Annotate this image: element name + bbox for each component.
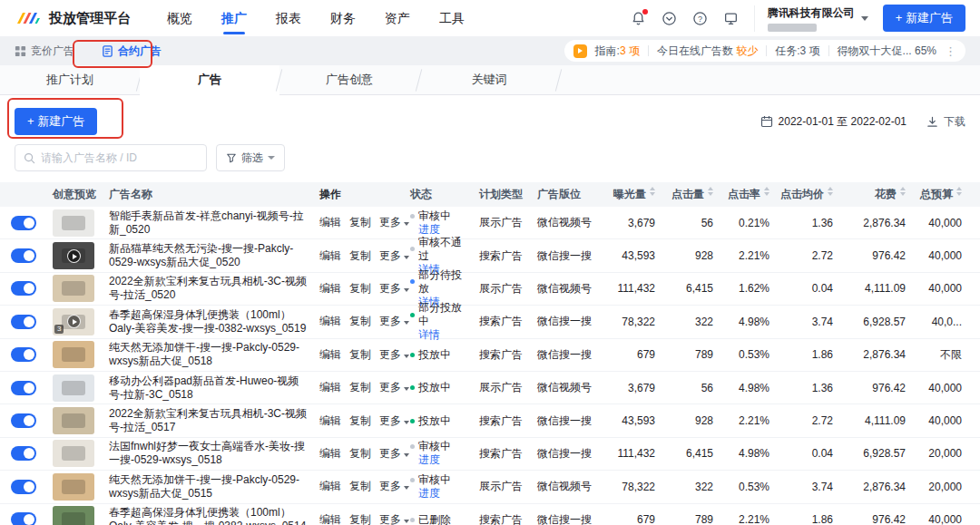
ad-name[interactable]: 纯天然无添加饼干-搜一搜-Pakcly-0529-wxsys新品大促_0515 [109, 473, 309, 501]
column-header-点击率[interactable]: 点击率 [719, 187, 775, 202]
ad-toggle[interactable] [11, 381, 36, 395]
edit-button[interactable]: 编辑 [319, 446, 341, 462]
tab-广告[interactable]: 广告 [140, 65, 279, 95]
copy-button[interactable]: 复制 [349, 347, 371, 363]
ad-name[interactable]: 新品猫草纯天然无污染-搜一搜-Pakcly-0529-wxsys新品大促_052… [109, 242, 309, 269]
guide-info[interactable]: 指南:3 项 [595, 44, 640, 59]
nav-item-工具[interactable]: 工具 [439, 0, 465, 36]
online-ads-info[interactable]: 今日在线广告数 较少 [657, 44, 758, 59]
status-text: 部分投放中 [418, 301, 468, 328]
edit-button[interactable]: 编辑 [319, 215, 341, 230]
bidding-ads-tab[interactable]: 竞价广告 [15, 44, 74, 59]
plan-type: 展示广告 [474, 215, 532, 230]
ad-name[interactable]: 纯天然无添加饼干-搜一搜-Pakcly-0529-wxsys新品大促_0518 [109, 341, 309, 368]
edit-button[interactable]: 编辑 [319, 314, 341, 329]
copy-button[interactable]: 复制 [349, 314, 371, 329]
column-header-广告版位: 广告版位 [532, 187, 597, 202]
edit-button[interactable]: 编辑 [319, 347, 341, 363]
tab-推广计划[interactable]: 推广计划 [0, 65, 140, 94]
edit-button[interactable]: 编辑 [319, 413, 341, 429]
more-icon[interactable]: ⋮ [945, 44, 956, 58]
copy-button[interactable]: 复制 [349, 281, 371, 297]
sort-icon[interactable] [828, 187, 833, 202]
date-range-picker[interactable]: 2022-01-01 至 2022-02-01 [760, 114, 906, 130]
ad-name[interactable]: 移动办公利器pad新品首发-Huweo-视频号-拉新-3C_0518 [109, 374, 309, 402]
new-ad-button-top[interactable]: + 新建广告 [883, 5, 965, 32]
ad-name[interactable]: 春季超高保湿身体乳便携装（100ml）Oaly-美容美发-搜一搜-0382-wx… [109, 308, 309, 335]
status-link[interactable]: 详情 [418, 328, 468, 342]
column-header-点击量[interactable]: 点击量 [661, 187, 719, 202]
creative-thumbnail[interactable] [53, 341, 94, 368]
creative-thumbnail[interactable] [53, 506, 94, 525]
creative-thumbnail[interactable] [53, 374, 94, 402]
edit-button[interactable]: 编辑 [319, 479, 341, 494]
receive-icon[interactable] [662, 10, 678, 26]
status-link[interactable]: 进度 [418, 223, 468, 237]
promo-info[interactable]: 得物双十大促... 65% [838, 44, 936, 59]
edit-button[interactable]: 编辑 [319, 248, 341, 264]
tab-关键词[interactable]: 关键词 [419, 65, 559, 94]
copy-button[interactable]: 复制 [349, 248, 371, 264]
copy-button[interactable]: 复制 [349, 380, 371, 395]
ad-toggle[interactable] [11, 480, 36, 494]
notification-bell-icon[interactable] [631, 10, 647, 26]
creative-thumbnail[interactable] [53, 473, 94, 501]
column-header-曝光量[interactable]: 曝光量 [597, 187, 661, 202]
column-header-花费[interactable]: 花费 [838, 187, 911, 202]
download-button[interactable]: 下载 [926, 114, 965, 130]
copy-button[interactable]: 复制 [349, 446, 371, 462]
tab-广告创意[interactable]: 广告创意 [279, 65, 419, 94]
nav-item-概览[interactable]: 概览 [167, 0, 192, 36]
ad-toggle[interactable] [11, 281, 36, 296]
ad-name[interactable]: 法国fnwhl好梦一夜女士高端香水-美妆-搜一搜-0529-wxsys_0518 [109, 440, 309, 467]
ad-toggle[interactable] [11, 512, 36, 525]
copy-button[interactable]: 复制 [349, 512, 371, 525]
ad-toggle[interactable] [11, 248, 36, 263]
ad-name[interactable]: 2022全新款宝利来复古玩具相机-3C-视频号-拉活_0520 [109, 275, 309, 302]
new-ad-button[interactable]: + 新建广告 [15, 108, 97, 135]
edit-button[interactable]: 编辑 [319, 281, 341, 297]
notification-dot [642, 9, 648, 15]
status: 已删除 [410, 513, 468, 525]
copy-button[interactable]: 复制 [349, 413, 371, 429]
nav-item-财务[interactable]: 财务 [330, 0, 356, 36]
sort-icon[interactable] [708, 187, 713, 202]
nav-item-报表[interactable]: 报表 [276, 0, 301, 36]
ad-toggle[interactable] [11, 446, 36, 461]
status-link[interactable]: 进度 [418, 487, 468, 501]
help-icon[interactable]: ? [692, 10, 709, 26]
sort-icon[interactable] [650, 187, 655, 202]
edit-button[interactable]: 编辑 [319, 512, 341, 525]
ad-name[interactable]: 2022全新款宝利来复古玩具相机-3C-视频号-拉活_0517 [109, 407, 309, 434]
ad-toggle[interactable] [11, 216, 36, 230]
nav-item-资产[interactable]: 资产 [385, 0, 410, 36]
column-header-总预算[interactable]: 总预算 [911, 187, 975, 202]
contract-ads-tab[interactable]: 合约广告 [102, 44, 162, 59]
ad-toggle[interactable] [11, 315, 36, 329]
nav-item-推广[interactable]: 推广 [221, 0, 247, 36]
creative-thumbnail[interactable] [53, 275, 94, 302]
ad-name[interactable]: 春季超高保湿身体乳便携装（100ml）Oaly-美容美发-搜一搜-0382-wx… [109, 506, 309, 525]
status: 部分待投放 [410, 268, 468, 296]
sort-icon[interactable] [900, 187, 906, 202]
creative-thumbnail[interactable] [53, 440, 94, 467]
copy-button[interactable]: 复制 [349, 479, 371, 494]
ad-toggle[interactable] [11, 347, 36, 362]
task-info[interactable]: 任务:3 项 [775, 44, 819, 59]
ad-toggle[interactable] [11, 413, 36, 428]
device-icon[interactable] [723, 10, 740, 26]
search-input[interactable] [41, 151, 198, 164]
copy-button[interactable]: 复制 [349, 215, 371, 230]
creative-thumbnail[interactable] [53, 209, 94, 237]
creative-thumbnail[interactable]: 3 [53, 308, 94, 335]
sort-icon[interactable] [764, 187, 769, 202]
filter-button[interactable]: 筛选 [216, 144, 285, 171]
sort-icon[interactable] [956, 187, 962, 202]
company-selector[interactable]: 腾讯科技有限公司 [754, 5, 868, 32]
creative-thumbnail[interactable] [53, 407, 94, 434]
creative-thumbnail[interactable] [53, 242, 94, 269]
edit-button[interactable]: 编辑 [319, 380, 341, 395]
column-header-点击均价[interactable]: 点击均价 [775, 187, 838, 202]
status-link[interactable]: 进度 [418, 453, 468, 467]
ad-name[interactable]: 智能手表新品首发-祥意chanyi-视频号-拉新_0520 [109, 209, 309, 237]
